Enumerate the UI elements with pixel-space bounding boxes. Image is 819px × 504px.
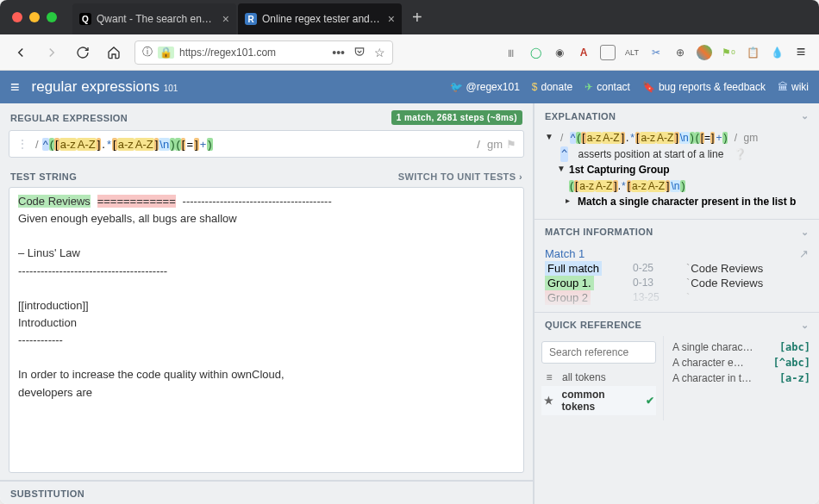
quickref-token[interactable]: A character e…[^abc] — [672, 355, 810, 370]
teststring-section-head: TEST STRING SWITCH TO UNIT TESTS › — [0, 165, 533, 187]
tab-title: Qwant - The search engine tha — [97, 13, 217, 25]
brand-logo[interactable]: regular expressions 101 — [32, 78, 178, 96]
ext-icon[interactable]: 📋 — [745, 45, 760, 60]
donate-link[interactable]: $donate — [532, 81, 572, 93]
close-tab-icon[interactable]: × — [388, 13, 395, 25]
section-title: SUBSTITUTION — [10, 488, 84, 499]
section-title: TEST STRING — [10, 171, 77, 182]
minimize-window-button[interactable] — [29, 12, 40, 22]
ext-icon[interactable]: ◉ — [552, 45, 567, 60]
quickref-category[interactable]: ★common tokens✔ — [541, 386, 656, 415]
page-actions-icon[interactable]: ••• — [332, 46, 345, 59]
share-icon[interactable]: ↗ — [799, 247, 809, 260]
info-icon[interactable]: ⓘ — [142, 45, 153, 59]
browser-tab-active[interactable]: R Online regex tester and debugg × — [238, 3, 402, 34]
titlebar: Q Qwant - The search engine tha × R Onli… — [0, 0, 819, 34]
quickref-token[interactable]: A single charac…[abc] — [672, 339, 810, 355]
regex-token: = — [185, 138, 194, 151]
left-pane: REGULAR EXPRESSION 1 match, 2681 steps (… — [0, 103, 535, 504]
bugs-link[interactable]: 🔖bug reports & feedback — [642, 81, 766, 93]
regex-token: * — [106, 138, 112, 151]
regex-token: [ — [112, 138, 117, 151]
quickref-body: ≡all tokens ★common tokens✔ A single cha… — [535, 336, 819, 426]
chevron-down-icon[interactable]: ⌄ — [801, 110, 809, 121]
regex-token: + — [199, 138, 208, 151]
regex-section-head: REGULAR EXPRESSION 1 match, 2681 steps (… — [0, 103, 533, 130]
regex-token: ] — [194, 138, 199, 151]
twitter-link[interactable]: 🐦@regex101 — [450, 81, 520, 93]
regex-token: [ — [54, 138, 59, 151]
regex-token: a-z — [59, 138, 77, 151]
regex-token: A-Z — [77, 138, 97, 151]
regex-token: A-Z — [134, 138, 154, 151]
ext-icon[interactable]: ◯ — [528, 45, 543, 60]
matchinfo-head[interactable]: MATCH INFORMATION ⌄ — [535, 219, 819, 243]
flags-icon[interactable]: ⚑ — [506, 138, 516, 151]
ext-icon[interactable]: ⊕ — [672, 45, 688, 60]
help-icon[interactable]: ❔ — [734, 146, 747, 163]
teststring-body: ----------------------------------------… — [18, 195, 332, 399]
home-button[interactable] — [103, 42, 124, 63]
url-bar[interactable]: ⓘ 🔒 https://regex101.com ••• ☆ — [134, 40, 393, 65]
lock-icon[interactable]: 🔒 — [158, 47, 174, 59]
switch-unit-tests-link[interactable]: SWITCH TO UNIT TESTS › — [398, 171, 522, 182]
quickref-token[interactable]: A character in t…[a-z] — [672, 370, 810, 386]
pocket-icon[interactable] — [353, 46, 366, 59]
back-button[interactable] — [10, 42, 31, 63]
browser-toolbar: ⓘ 🔒 https://regex101.com ••• ☆ ⫼ ◯ ◉ A A… — [0, 34, 819, 71]
ext-icon[interactable]: ⚑0 — [721, 45, 736, 60]
search-input[interactable] — [541, 341, 656, 364]
ext-icon[interactable] — [697, 45, 712, 60]
regex-token: a-z — [117, 138, 134, 151]
drag-handle-icon[interactable]: ⋮ — [16, 137, 28, 151]
panel-title: MATCH INFORMATION — [545, 227, 653, 237]
ext-icon[interactable]: 💧 — [769, 45, 785, 60]
new-tab-button[interactable]: + — [403, 0, 431, 34]
forward-button[interactable] — [41, 42, 62, 63]
contact-icon: ✈ — [585, 81, 593, 93]
ext-icon[interactable]: ALT — [624, 45, 640, 60]
check-icon: ✔ — [646, 395, 654, 407]
chevron-down-icon[interactable]: ⌄ — [801, 320, 809, 331]
contact-link[interactable]: ✈contact — [585, 81, 630, 93]
regex-flags[interactable]: / gm ⚑ — [473, 138, 516, 151]
explanation-head[interactable]: EXPLANATION ⌄ — [535, 103, 819, 127]
ext-icon[interactable] — [600, 45, 616, 60]
library-icon[interactable]: ⫼ — [503, 45, 519, 60]
ext-icon[interactable]: ✂ — [648, 45, 664, 60]
favicon-qwant: Q — [79, 13, 91, 25]
regex-token: ^ — [42, 138, 49, 151]
browser-tab[interactable]: Q Qwant - The search engine tha × — [72, 3, 236, 34]
bookmark-icon[interactable]: ☆ — [374, 46, 385, 59]
quickref-head[interactable]: QUICK REFERENCE ⌄ — [535, 312, 819, 336]
reload-button[interactable] — [72, 42, 93, 63]
menu-button[interactable]: ≡ — [10, 78, 20, 96]
quickref-tokens: A single charac…[abc] A character e…[^ab… — [664, 336, 819, 420]
menu-icon[interactable]: ≡ — [793, 45, 809, 60]
maximize-window-button[interactable] — [47, 12, 57, 22]
quickref-category[interactable]: ≡all tokens — [541, 369, 656, 386]
matchinfo-body: Match 1↗ Full match0-25Code Reviews Grou… — [535, 243, 819, 312]
ext-icon[interactable]: A — [576, 45, 591, 60]
match-title: Match 1 — [545, 247, 585, 260]
extensions-bar: ⫼ ◯ ◉ A ALT ✂ ⊕ ⚑0 📋 💧 ≡ — [503, 45, 809, 60]
right-pane: EXPLANATION ⌄ ▼ / ^([a-zA-Z].*[a-zA-Z]\n… — [535, 103, 819, 504]
bug-icon: 🔖 — [642, 81, 655, 93]
teststring-input[interactable]: Code Reviews ============ --------------… — [9, 187, 524, 473]
regex-input[interactable]: ⋮ / ^([a-zA-Z].*[a-zA-Z]\n)([=]+) / gm ⚑ — [9, 130, 524, 158]
regex-token: \n — [159, 138, 170, 151]
url-text: https://regex101.com — [179, 47, 276, 59]
wiki-link[interactable]: 🏛wiki — [778, 81, 809, 93]
close-tab-icon[interactable]: × — [222, 13, 229, 25]
quickref-categories: ≡all tokens ★common tokens✔ — [535, 336, 664, 420]
panel-title: EXPLANATION — [545, 111, 616, 121]
close-window-button[interactable] — [12, 12, 22, 22]
substitution-section-head[interactable]: SUBSTITUTION — [0, 480, 533, 504]
star-icon: ★ — [543, 395, 555, 407]
panel-title: QUICK REFERENCE — [545, 320, 641, 330]
explanation-body: ▼ / ^([a-zA-Z].*[a-zA-Z]\n)([=]+) / gm ^… — [535, 127, 819, 219]
twitter-icon: 🐦 — [450, 81, 463, 93]
chevron-down-icon[interactable]: ⌄ — [801, 227, 809, 238]
regex-token: ) — [207, 138, 212, 151]
regex-delimiter: / — [32, 138, 42, 151]
